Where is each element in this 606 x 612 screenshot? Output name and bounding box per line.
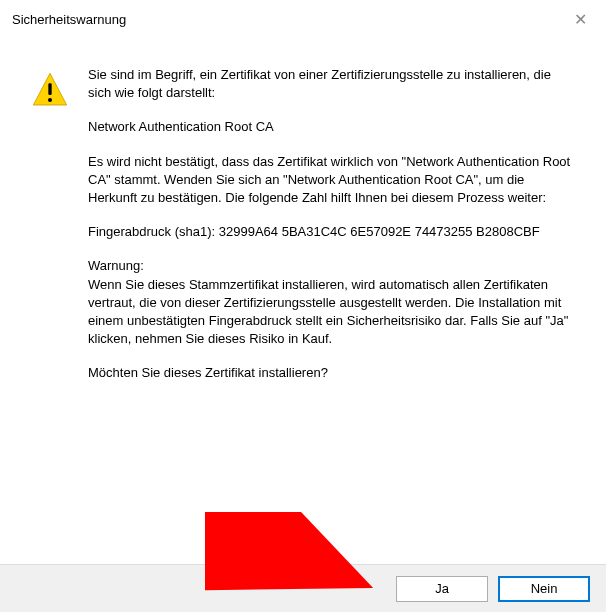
no-button[interactable]: Nein: [498, 576, 590, 602]
svg-rect-0: [48, 83, 51, 95]
text-column: Sie sind im Begriff, ein Zertifikat von …: [88, 66, 586, 398]
close-icon[interactable]: ✕: [566, 10, 594, 29]
warning-text: Wenn Sie dieses Stammzertifikat installi…: [88, 277, 568, 347]
fingerprint-text: Fingerabdruck (sha1): 32999A64 5BA31C4C …: [88, 223, 576, 241]
not-verified-text: Es wird nicht bestätigt, dass das Zertif…: [88, 153, 576, 208]
window-title: Sicherheitswarnung: [12, 12, 126, 27]
warning-block: Warnung: Wenn Sie dieses Stammzertifikat…: [88, 257, 576, 348]
button-bar: Ja Nein: [0, 564, 606, 612]
titlebar: Sicherheitswarnung ✕: [0, 0, 606, 36]
warning-label: Warnung:: [88, 258, 144, 273]
dialog-content: Sie sind im Begriff, ein Zertifikat von …: [0, 36, 606, 408]
question-text: Möchten Sie dieses Zertifikat installier…: [88, 364, 576, 382]
yes-button[interactable]: Ja: [396, 576, 488, 602]
icon-column: [20, 66, 70, 113]
intro-text: Sie sind im Begriff, ein Zertifikat von …: [88, 66, 576, 102]
svg-point-1: [48, 98, 52, 102]
ca-name: Network Authentication Root CA: [88, 118, 576, 136]
warning-icon: [30, 98, 70, 113]
